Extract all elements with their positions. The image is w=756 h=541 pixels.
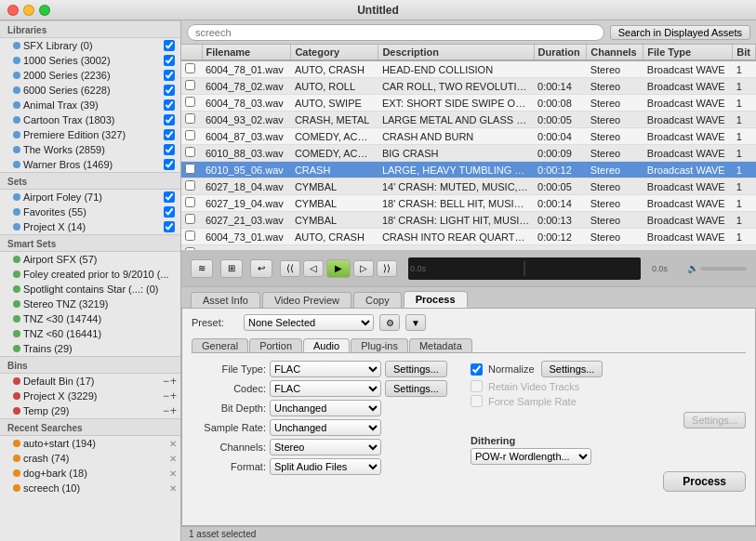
- row-checkbox[interactable]: [185, 79, 195, 91]
- table-row[interactable]: 6027_19_04.wavCYMBAL18' CRASH: BELL HIT,…: [181, 195, 756, 212]
- sidebar-item[interactable]: 1000 Series (3002): [0, 53, 180, 68]
- sidebar-checkbox[interactable]: [164, 99, 175, 111]
- row-checkbox[interactable]: [185, 129, 195, 141]
- file-list-container[interactable]: Filename Category Description Duration C…: [181, 45, 756, 250]
- sidebar-checkbox[interactable]: [164, 129, 175, 140]
- table-row[interactable]: 6010_88_03.wavCOMEDY, ACCENTBIG CRASH0:0…: [181, 145, 756, 162]
- sidebar-item[interactable]: Favorites (55): [0, 205, 180, 219]
- search-input[interactable]: [187, 24, 604, 41]
- sidebar-item[interactable]: Foley created prior to 9/2010 (...: [0, 267, 180, 282]
- search-button[interactable]: Search in Displayed Assets: [610, 25, 750, 40]
- sidebar-item[interactable]: The Works (2859): [0, 142, 180, 157]
- sidebar-item[interactable]: Project X (3229)−+: [0, 389, 180, 403]
- subtab-audio[interactable]: Audio: [303, 338, 350, 352]
- waveform-btn[interactable]: ≋: [191, 259, 213, 278]
- bin-plus-btn[interactable]: +: [170, 375, 177, 388]
- tab-asset-info[interactable]: Asset Info: [191, 292, 260, 308]
- col-channels[interactable]: Channels: [587, 45, 643, 60]
- bin-plus-btn[interactable]: +: [170, 404, 177, 417]
- sidebar-item[interactable]: Stereo TNZ (3219): [0, 297, 180, 311]
- row-checkbox[interactable]: [185, 179, 195, 191]
- sidebar-item[interactable]: Animal Trax (39): [0, 98, 180, 112]
- recent-remove-icon[interactable]: ✕: [169, 483, 177, 494]
- prev-btn[interactable]: ◁: [303, 260, 324, 277]
- ffwd-btn[interactable]: ⟩⟩: [377, 260, 397, 277]
- bit-depth-select[interactable]: Unchanged: [270, 400, 381, 416]
- sidebar-item[interactable]: TNZ <30 (14744): [0, 311, 180, 326]
- rewind-btn[interactable]: ⟨⟨: [280, 260, 300, 277]
- col-bin[interactable]: [181, 45, 202, 60]
- sidebar-checkbox[interactable]: [164, 85, 175, 96]
- preset-select[interactable]: None Selected: [244, 314, 374, 331]
- format-select[interactable]: Split Audio Files: [270, 458, 381, 475]
- extra-settings-btn[interactable]: Settings...: [683, 412, 746, 429]
- sidebar-item[interactable]: auto+start (194)✕: [0, 436, 180, 451]
- preset-arrow-btn[interactable]: ▼: [405, 314, 426, 331]
- sidebar-checkbox[interactable]: [164, 70, 175, 81]
- retain-video-checkbox[interactable]: [471, 380, 483, 392]
- next-btn[interactable]: ▷: [353, 260, 374, 277]
- sidebar-item[interactable]: Cartoon Trax (1803): [0, 112, 180, 127]
- bin-minus-btn[interactable]: −: [163, 389, 169, 402]
- tab-copy[interactable]: Copy: [353, 292, 402, 308]
- subtab-plugins[interactable]: Plug-ins: [351, 338, 408, 352]
- process-button[interactable]: Process: [663, 471, 746, 492]
- sidebar-item[interactable]: Spotlight contains Star (...: (0): [0, 282, 180, 297]
- row-checkbox[interactable]: [185, 163, 195, 175]
- sidebar-checkbox[interactable]: [164, 55, 175, 66]
- play-btn[interactable]: ▶: [326, 259, 351, 278]
- normalize-checkbox[interactable]: [471, 363, 483, 376]
- row-checkbox[interactable]: [185, 196, 195, 208]
- row-checkbox[interactable]: [185, 213, 195, 225]
- volume-control[interactable]: 🔊: [687, 263, 747, 273]
- codec-settings-btn[interactable]: Settings...: [385, 380, 447, 397]
- loop-btn[interactable]: ↩: [250, 259, 272, 278]
- sidebar-item[interactable]: Airport SFX (57): [0, 252, 180, 267]
- sidebar-item[interactable]: Airport Foley (71): [0, 190, 180, 205]
- minimize-button[interactable]: [23, 5, 34, 16]
- sidebar-checkbox[interactable]: [164, 40, 175, 51]
- col-filename[interactable]: Filename: [202, 45, 291, 60]
- row-checkbox[interactable]: [185, 62, 195, 74]
- sidebar-checkbox[interactable]: [164, 159, 175, 170]
- preset-gear-btn[interactable]: ⚙: [379, 314, 400, 331]
- subtab-metadata[interactable]: Metadata: [409, 338, 472, 352]
- row-checkbox[interactable]: [185, 230, 195, 242]
- subtab-portion[interactable]: Portion: [249, 338, 302, 352]
- sidebar-checkbox[interactable]: [164, 144, 175, 155]
- recent-remove-icon[interactable]: ✕: [169, 468, 177, 479]
- sidebar-item[interactable]: dog+bark (18)✕: [0, 466, 180, 481]
- sidebar-item[interactable]: Temp (29)−+: [0, 403, 180, 418]
- table-row[interactable]: 6004_87_03.wavCOMEDY, ACCENTCRASH AND BU…: [181, 128, 756, 145]
- close-button[interactable]: [7, 5, 19, 16]
- sidebar-item[interactable]: 2000 Series (2236): [0, 68, 180, 83]
- sidebar-item[interactable]: Trains (29): [0, 341, 180, 356]
- bin-minus-btn[interactable]: −: [163, 404, 169, 417]
- info-btn[interactable]: ⊞: [220, 259, 243, 278]
- table-row[interactable]: 6004_93_02.wavCRASH, METALLARGE METAL AN…: [181, 112, 756, 128]
- col-duration[interactable]: Duration: [534, 45, 587, 60]
- table-row[interactable]: 6004_78_02.wavAUTO, ROLLCAR ROLL, TWO RE…: [181, 78, 756, 95]
- table-row[interactable]: 6004_78_03.wavAUTO, SWIPEEXT: SHORT SIDE…: [181, 95, 756, 112]
- recent-remove-icon[interactable]: ✕: [169, 439, 177, 449]
- bin-plus-btn[interactable]: +: [170, 389, 177, 402]
- sidebar-item[interactable]: screech (10)✕: [0, 481, 180, 495]
- file-type-select[interactable]: FLAC: [270, 361, 381, 377]
- col-filetype[interactable]: File Type: [643, 45, 733, 60]
- row-checkbox[interactable]: [185, 96, 195, 108]
- sidebar-checkbox[interactable]: [164, 206, 175, 218]
- table-row[interactable]: 6010_95_06.wavCRASHLARGE, HEAVY TUMBLING…: [181, 162, 756, 178]
- tab-video-preview[interactable]: Video Preview: [262, 292, 351, 308]
- sidebar-item[interactable]: Premiere Edition (327): [0, 127, 180, 142]
- recent-remove-icon[interactable]: ✕: [169, 454, 177, 464]
- sidebar-item[interactable]: Project X (14): [0, 219, 180, 234]
- file-type-settings-btn[interactable]: Settings...: [385, 361, 447, 377]
- col-bit[interactable]: Bit: [733, 45, 756, 60]
- table-row[interactable]: 6027_18_04.wavCYMBAL14' CRASH: MUTED, MU…: [181, 178, 756, 195]
- sidebar-item[interactable]: SFX Library (0): [0, 38, 180, 53]
- normalize-settings-btn[interactable]: Settings...: [541, 361, 603, 377]
- col-description[interactable]: Description: [378, 45, 534, 60]
- sidebar-checkbox[interactable]: [164, 191, 175, 203]
- tab-process[interactable]: Process: [404, 291, 468, 308]
- sidebar-checkbox[interactable]: [164, 221, 175, 232]
